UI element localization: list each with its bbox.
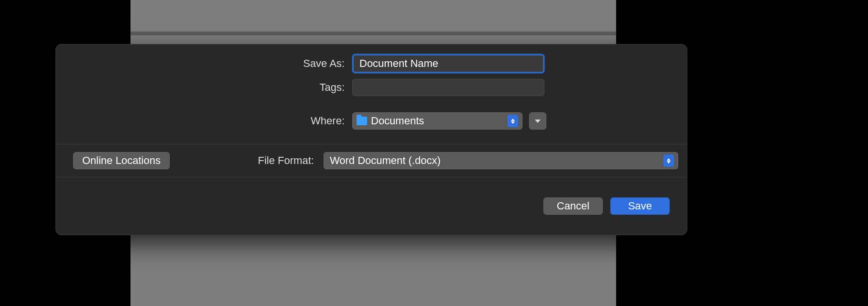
where-label: Where: [56,115,345,127]
online-locations-label: Online Locations [82,154,161,167]
save-label: Save [628,200,652,212]
tags-row: Tags: [56,76,687,99]
save-as-row: Save As: [56,51,687,76]
save-dialog-bottom: Cancel Save [56,177,687,235]
file-format-label: File Format: [179,154,314,167]
cancel-label: Cancel [557,200,589,212]
chevron-down-icon [535,120,541,123]
online-locations-button[interactable]: Online Locations [73,152,170,169]
where-value: Documents [371,115,504,127]
save-button[interactable]: Save [610,197,670,215]
cancel-button[interactable]: Cancel [543,197,603,215]
updown-arrows-icon [508,115,518,127]
where-select[interactable]: Documents [352,112,522,130]
tags-input[interactable] [352,79,544,96]
expand-dialog-button[interactable] [529,112,546,130]
file-format-value: Word Document (.docx) [330,154,663,167]
where-row: Where: Documents [56,109,687,132]
updown-arrows-icon [663,154,674,167]
save-dialog-top: Save As: Tags: Where: Documents [56,44,687,144]
folder-icon [357,117,367,125]
save-as-input[interactable] [352,54,544,73]
tags-label: Tags: [56,81,345,94]
save-as-label: Save As: [56,57,345,70]
save-dialog-mid: Online Locations File Format: Word Docum… [56,144,687,177]
file-format-select[interactable]: Word Document (.docx) [324,152,678,169]
save-dialog: Save As: Tags: Where: Documents [55,44,687,235]
